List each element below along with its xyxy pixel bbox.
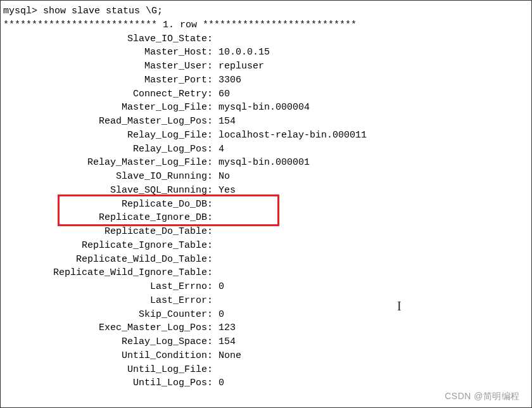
- terminal-prompt: mysql> show slave status \G;: [1, 4, 531, 18]
- field-value: [218, 253, 531, 267]
- field-separator: :: [207, 363, 218, 377]
- field-key: Exec_Master_Log_Pos: [3, 321, 207, 335]
- field-key: Master_User: [3, 60, 207, 73]
- field-key: Replicate_Do_DB: [3, 198, 207, 212]
- field-value: [218, 211, 531, 225]
- field-separator: :: [207, 280, 218, 294]
- field-value: mysql-bin.000004: [218, 101, 531, 115]
- field-key: Replicate_Wild_Ignore_Table: [3, 266, 207, 280]
- field-value: 10.0.0.15: [218, 46, 531, 60]
- field-value: [218, 225, 531, 239]
- field-row: Read_Master_Log_Pos: 154: [1, 115, 531, 129]
- field-row: Until_Log_File:: [1, 363, 531, 377]
- field-value: [218, 266, 531, 280]
- field-row: Master_Host: 10.0.0.15: [1, 46, 531, 60]
- field-separator: :: [207, 308, 218, 322]
- field-separator: :: [207, 198, 218, 212]
- field-row: Replicate_Wild_Do_Table:: [1, 253, 531, 267]
- field-row: Slave_SQL_Running: Yes: [1, 184, 531, 198]
- field-value: No: [218, 170, 531, 184]
- field-value: localhost-relay-bin.000011: [218, 129, 531, 143]
- field-row: Replicate_Do_DB:: [1, 198, 531, 212]
- field-row: Skip_Counter: 0: [1, 308, 531, 322]
- field-value: 3306: [218, 73, 531, 87]
- field-key: Replicate_Wild_Do_Table: [3, 253, 207, 267]
- field-key: Master_Log_File: [3, 101, 207, 115]
- field-key: Slave_SQL_Running: [3, 184, 207, 198]
- field-key: Connect_Retry: [3, 87, 207, 101]
- field-value: [218, 32, 531, 46]
- field-key: Skip_Counter: [3, 308, 207, 322]
- field-value: repluser: [218, 60, 531, 73]
- field-row: Relay_Log_Space: 154: [1, 335, 531, 349]
- field-key: Slave_IO_State: [3, 32, 207, 46]
- field-value: [218, 363, 531, 377]
- field-value: 154: [218, 335, 531, 349]
- field-row: Replicate_Wild_Ignore_Table:: [1, 266, 531, 280]
- field-separator: :: [207, 170, 218, 184]
- field-separator: :: [207, 239, 218, 253]
- field-row: Replicate_Ignore_Table:: [1, 239, 531, 253]
- field-separator: :: [207, 225, 218, 239]
- field-key: Relay_Log_Space: [3, 335, 207, 349]
- field-separator: :: [207, 129, 218, 143]
- field-key: Until_Log_Pos: [3, 376, 207, 390]
- field-separator: :: [207, 156, 218, 170]
- field-value: [218, 239, 531, 253]
- field-separator: :: [207, 73, 218, 87]
- field-separator: :: [207, 115, 218, 129]
- field-separator: :: [207, 184, 218, 198]
- field-key: Slave_IO_Running: [3, 170, 207, 184]
- field-row: Until_Log_Pos: 0: [1, 376, 531, 390]
- field-value: [218, 198, 531, 212]
- field-row: Last_Error:: [1, 294, 531, 308]
- field-key: Last_Errno: [3, 280, 207, 294]
- field-value: 4: [218, 143, 531, 156]
- field-separator: :: [207, 32, 218, 46]
- field-key: Master_Host: [3, 46, 207, 60]
- field-separator: :: [207, 87, 218, 101]
- field-separator: :: [207, 143, 218, 156]
- row-header: *************************** 1. row *****…: [1, 18, 531, 32]
- field-key: Master_Port: [3, 73, 207, 87]
- field-value: Yes: [218, 184, 531, 198]
- field-separator: :: [207, 294, 218, 308]
- field-value: [218, 294, 531, 308]
- field-row: Master_Port: 3306: [1, 73, 531, 87]
- field-key: Replicate_Ignore_DB: [3, 211, 207, 225]
- field-row: Relay_Log_Pos: 4: [1, 143, 531, 156]
- watermark: CSDN @简明编程: [445, 390, 520, 402]
- field-key: Replicate_Ignore_Table: [3, 239, 207, 253]
- field-key: Last_Error: [3, 294, 207, 308]
- field-separator: :: [207, 376, 218, 390]
- field-row: Master_Log_File: mysql-bin.000004: [1, 101, 531, 115]
- field-separator: :: [207, 211, 218, 225]
- field-separator: :: [207, 266, 218, 280]
- field-row: Slave_IO_Running: No: [1, 170, 531, 184]
- field-row: Master_User: repluser: [1, 60, 531, 73]
- field-key: Relay_Log_File: [3, 129, 207, 143]
- field-separator: :: [207, 335, 218, 349]
- field-separator: :: [207, 253, 218, 267]
- field-row: Connect_Retry: 60: [1, 87, 531, 101]
- field-row: Exec_Master_Log_Pos: 123: [1, 321, 531, 335]
- field-key: Read_Master_Log_Pos: [3, 115, 207, 129]
- field-row: Relay_Master_Log_File: mysql-bin.000001: [1, 156, 531, 170]
- status-fields: Slave_IO_State: Master_Host: 10.0.0.15Ma…: [1, 32, 531, 391]
- field-key: Relay_Master_Log_File: [3, 156, 207, 170]
- field-key: Until_Log_File: [3, 363, 207, 377]
- field-value: None: [218, 349, 531, 363]
- field-separator: :: [207, 349, 218, 363]
- field-row: Replicate_Do_Table:: [1, 225, 531, 239]
- field-value: 0: [218, 280, 531, 294]
- field-row: Slave_IO_State:: [1, 32, 531, 46]
- field-row: Replicate_Ignore_DB:: [1, 211, 531, 225]
- field-value: 0: [218, 308, 531, 322]
- field-value: 123: [218, 321, 531, 335]
- field-separator: :: [207, 101, 218, 115]
- field-key: Replicate_Do_Table: [3, 225, 207, 239]
- field-separator: :: [207, 60, 218, 73]
- field-value: 60: [218, 87, 531, 101]
- field-key: Relay_Log_Pos: [3, 143, 207, 156]
- field-value: 0: [218, 376, 531, 390]
